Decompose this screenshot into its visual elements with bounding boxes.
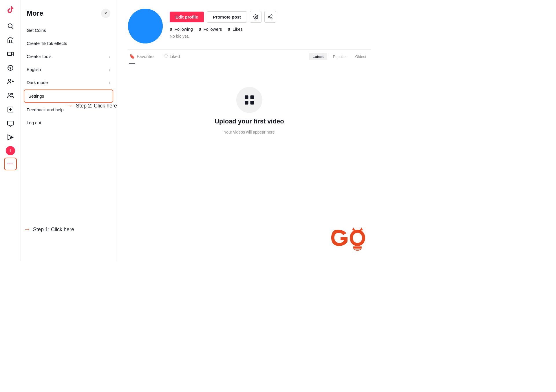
profile-section: Edit profile Promote post	[128, 6, 371, 43]
following-stat: 0 Following	[170, 27, 193, 32]
svg-line-25	[269, 16, 271, 17]
svg-point-13	[11, 93, 13, 95]
followers-stat: 0 Followers	[199, 27, 222, 32]
chevron-right-icon: ›	[109, 80, 110, 85]
tab-liked[interactable]: ♡ Liked	[164, 50, 180, 64]
menu-item-label: Create TikTok effects	[27, 41, 67, 46]
menu-item-dark-mode[interactable]: Dark mode ›	[21, 76, 116, 89]
explore-icon[interactable]	[4, 61, 17, 74]
chevron-right-icon: ›	[109, 54, 110, 59]
bio-text: No bio yet.	[170, 34, 371, 39]
menu-title: More	[27, 9, 43, 17]
followers-count: 0	[199, 27, 201, 32]
svg-line-1	[12, 28, 13, 29]
svg-point-20	[255, 16, 257, 18]
menu-item-english[interactable]: English ›	[21, 63, 116, 76]
empty-state-icon-container	[236, 87, 262, 113]
more-menu-icon[interactable]: ···	[4, 158, 17, 170]
sort-latest-button[interactable]: Latest	[309, 53, 327, 60]
menu-header: More ×	[21, 6, 116, 24]
following-count: 0	[170, 27, 172, 32]
menu-item-label: Dark mode	[27, 80, 48, 85]
menu-item-label: Log out	[27, 120, 41, 125]
menu-item-create-effects[interactable]: Create TikTok effects	[21, 37, 116, 50]
svg-point-23	[271, 18, 272, 19]
sort-popular-button[interactable]: Popular	[330, 53, 350, 60]
main-content: Edit profile Promote post	[116, 0, 382, 261]
likes-count: 0	[228, 27, 230, 32]
likes-stat: 0 Likes	[228, 27, 243, 32]
video-icon[interactable]	[4, 48, 17, 60]
menu-item-label: English	[27, 67, 41, 72]
promote-post-button[interactable]: Promote post	[207, 11, 247, 23]
profile-avatar-icon[interactable]: I	[6, 146, 15, 155]
menu-item-creator-tools[interactable]: Creator tools ›	[21, 50, 116, 63]
profile-info: Edit profile Promote post	[170, 9, 371, 39]
svg-rect-29	[250, 101, 254, 105]
sort-oldest-button[interactable]: Oldest	[352, 53, 370, 60]
follow-icon[interactable]	[4, 75, 17, 88]
menu-item-get-coins[interactable]: Get Coins	[21, 24, 116, 37]
svg-rect-26	[245, 95, 248, 99]
svg-rect-28	[245, 101, 248, 105]
liked-icon: ♡	[164, 54, 168, 59]
favorites-label: Favorites	[137, 54, 155, 59]
svg-point-4	[10, 67, 11, 68]
liked-label: Liked	[170, 54, 180, 59]
profile-actions: Edit profile Promote post	[170, 11, 371, 23]
menu-item-logout[interactable]: Log out	[21, 116, 116, 129]
friends-icon[interactable]	[4, 89, 17, 102]
menu-item-feedback[interactable]: Feedback and help	[21, 103, 116, 116]
search-icon[interactable]	[4, 20, 17, 32]
svg-point-21	[271, 15, 272, 16]
svg-point-0	[8, 24, 12, 28]
menu-item-label: Feedback and help	[27, 107, 64, 112]
stats-row: 0 Following 0 Followers 0 Likes	[170, 27, 371, 32]
empty-state-subtitle: Your videos will appear here	[224, 130, 275, 134]
send-icon[interactable]	[4, 131, 17, 144]
svg-point-22	[268, 16, 270, 18]
menu-item-label: Settings	[28, 94, 44, 99]
followers-label: Followers	[202, 27, 222, 32]
empty-state: Upload your first video Your videos will…	[128, 64, 371, 146]
tiktok-logo-icon[interactable]	[4, 3, 17, 16]
menu-item-label: Get Coins	[27, 28, 46, 33]
grid-icon	[243, 94, 255, 106]
svg-point-12	[8, 93, 10, 95]
tab-favorites[interactable]: 🔖 Favorites	[129, 50, 155, 64]
favorites-icon: 🔖	[129, 54, 135, 59]
go-logo	[330, 222, 376, 254]
svg-rect-27	[250, 95, 254, 99]
svg-rect-17	[8, 121, 13, 125]
svg-line-24	[269, 17, 271, 18]
settings-icon-button[interactable]	[250, 11, 261, 23]
menu-item-label: Creator tools	[27, 54, 52, 59]
edit-profile-button[interactable]: Edit profile	[170, 12, 204, 22]
more-menu-panel: More × Get Coins Create TikTok effects C…	[21, 0, 116, 261]
tabs-row: 🔖 Favorites ♡ Liked Latest Popular Oldes…	[128, 50, 371, 64]
ellipsis-dots: ···	[7, 161, 13, 167]
close-menu-button[interactable]: ×	[101, 9, 110, 18]
chevron-right-icon: ›	[109, 67, 110, 72]
sort-tabs: Latest Popular Oldest	[309, 53, 370, 60]
left-sidebar: I ···	[0, 0, 21, 261]
watermark	[330, 222, 376, 255]
likes-label: Likes	[231, 27, 243, 32]
messages-icon[interactable]	[4, 117, 17, 130]
svg-point-9	[8, 79, 11, 81]
share-icon-button[interactable]	[264, 11, 276, 23]
avatar	[128, 9, 163, 43]
menu-item-settings[interactable]: Settings	[24, 90, 113, 103]
home-icon[interactable]	[4, 34, 17, 46]
add-content-icon[interactable]	[4, 103, 17, 116]
empty-state-title: Upload your first video	[215, 118, 284, 125]
following-label: Following	[173, 27, 193, 32]
tabs-section: 🔖 Favorites ♡ Liked Latest Popular Oldes…	[128, 49, 371, 64]
svg-rect-2	[8, 52, 12, 56]
